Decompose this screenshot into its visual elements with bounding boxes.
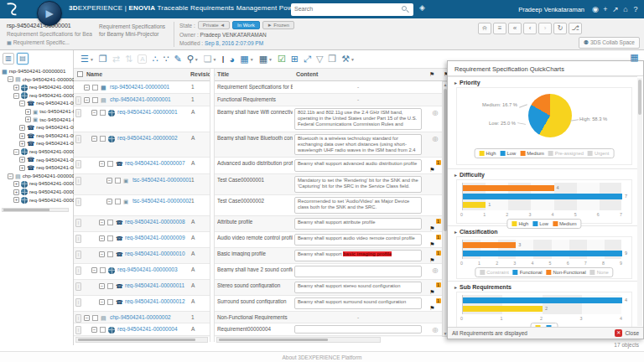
hierarchy-nodes-icon[interactable]: ∵ <box>163 54 169 65</box>
content-value[interactable]: Beamy shall support attribute profile <box>294 218 422 230</box>
row-drag-handle[interactable]: ⁞ <box>75 109 81 117</box>
column-header-name[interactable]: Name <box>86 71 102 77</box>
about-link[interactable]: About 3DEXPERIENCE Platform <box>282 354 361 360</box>
back-icon[interactable]: ‹ <box>523 23 537 34</box>
tree-toggle-icon[interactable]: − <box>13 149 19 155</box>
table-row[interactable]: ⁞−☎req-94504241-00000009AAudio video rem… <box>74 232 447 248</box>
priority-pie-chart[interactable] <box>528 94 572 137</box>
content-value[interactable]: Beamy shall support surround sound confi… <box>294 297 422 309</box>
tree-item[interactable]: +req-94504241-00000006 <box>0 196 74 204</box>
row-checkbox[interactable] <box>92 85 98 90</box>
search-input[interactable] <box>294 4 398 14</box>
add-icon[interactable]: + <box>600 5 610 13</box>
settings-tools-icon[interactable]: ⚒▼ <box>341 54 355 65</box>
row-expand-toggle[interactable]: − <box>99 283 105 289</box>
tree-toggle-icon[interactable]: + <box>19 133 25 139</box>
user-name[interactable]: Pradeep Venkataraman <box>518 6 584 13</box>
legend-item[interactable]: Pre-assigned <box>548 151 584 156</box>
row-expand-toggle[interactable]: − <box>99 251 105 257</box>
row-drag-handle[interactable]: ⁞ <box>75 177 81 185</box>
content-value[interactable]: Mandatory to set the 'Rendering' bit for… <box>294 176 422 193</box>
row-checkbox[interactable] <box>107 283 113 289</box>
table-row[interactable]: ⁞−▣tsc-94504241-000000011Test Case000000… <box>74 174 447 195</box>
tree-toggle-icon[interactable]: + <box>19 157 25 163</box>
table-row[interactable]: −▦rsp-94504241-000000011Requirement Spec… <box>74 81 447 94</box>
row-expand-toggle[interactable]: − <box>106 199 112 204</box>
legend-item[interactable]: Low <box>501 151 517 156</box>
table-pane-splitter[interactable] <box>210 69 215 342</box>
paste-icon[interactable]: ❏▼ <box>204 54 217 65</box>
row-drag-handle[interactable]: ⁞ <box>75 326 81 334</box>
row-expand-toggle[interactable]: − <box>99 235 105 241</box>
modified-value[interactable]: Sep 8, 2016 2:07:09 PM <box>205 40 263 46</box>
table-row[interactable]: ⁞−▤chp-94504241-000000021Non-Functional … <box>74 312 447 323</box>
object-link[interactable]: rsp-94504241-00000001 <box>110 84 169 90</box>
maximize-icon[interactable]: ❒ <box>328 54 336 65</box>
panel-add-icon[interactable]: ⊞ <box>291 54 299 65</box>
object-link[interactable]: req-94504241-00000001 <box>117 109 178 115</box>
filter-icon[interactable]: ▽ <box>316 54 323 65</box>
tree-toggle-icon[interactable]: + <box>19 141 25 147</box>
content-value[interactable]: Bluetooth is a wireless technology stand… <box>294 134 422 155</box>
tree-toggle-icon[interactable]: + <box>19 125 25 131</box>
tree-item[interactable]: +req-94504241-00000004 <box>0 179 74 188</box>
object-link[interactable]: req-94504241-00000008 <box>125 219 185 225</box>
content-value[interactable] <box>294 266 422 277</box>
content-value[interactable]: Beamy shall support stereo sound configu… <box>294 282 422 293</box>
row-expand-toggle[interactable]: − <box>84 315 90 321</box>
tree-horizontal-scrollbar[interactable] <box>2 208 69 212</box>
row-drag-handle[interactable]: ⁞ <box>75 135 81 143</box>
row-drag-handle[interactable]: ⁞ <box>75 251 81 259</box>
row-drag-handle[interactable]: ⁞ <box>75 160 81 168</box>
object-link[interactable]: req-94504241-00000004 <box>117 326 178 332</box>
state-chip-private[interactable]: Private ◄ <box>198 21 230 29</box>
tree-item[interactable]: +☎req-94504241-00000009 <box>0 132 74 140</box>
legend-item[interactable]: Functional <box>513 270 543 275</box>
tree-item[interactable]: −req-94504241-00000002 <box>0 91 74 100</box>
tree-item[interactable]: −▤chp-94504241-00000002 <box>0 172 74 180</box>
object-link[interactable]: req-94504241-00000002 <box>117 135 178 141</box>
row-checkbox[interactable] <box>92 315 98 321</box>
edit-pencil-icon[interactable]: ✎ <box>174 54 181 65</box>
table-edit-icon[interactable]: ▦▼ <box>240 54 253 65</box>
row-expand-toggle[interactable]: − <box>99 161 105 167</box>
tree-item[interactable]: −req-94504241-00000003 <box>0 147 74 156</box>
object-link[interactable]: req-94504241-00000010 <box>125 251 185 256</box>
quickcharts-scrollbar[interactable] <box>637 78 642 326</box>
row-checkbox[interactable] <box>115 178 121 184</box>
legend-item[interactable]: Urgent <box>588 151 609 156</box>
right-pane-hscrollbar[interactable] <box>216 337 381 343</box>
share-nodes-icon[interactable]: ∴ <box>152 54 158 65</box>
row-checkbox[interactable] <box>107 299 113 305</box>
tree-item[interactable]: +▣tsc-94504241-00000002 <box>0 116 74 124</box>
table-row[interactable]: ⁞−☎req-94504241-00000012ASurround sound … <box>74 296 447 312</box>
row-expand-toggle[interactable]: − <box>91 267 97 273</box>
tree-toggle-icon[interactable]: + <box>13 181 19 187</box>
tree-toggle-icon[interactable]: − <box>8 173 13 179</box>
row-drag-handle[interactable]: ⁞ <box>75 219 81 227</box>
table-row[interactable]: ⁞−req-94504241-00000001ABeamy shall have… <box>74 106 447 132</box>
content-value[interactable]: Recommended to set 'Audio/Video' as Majo… <box>294 197 422 214</box>
row-checkbox[interactable] <box>100 136 106 142</box>
column-header-content[interactable]: Content <box>296 71 318 77</box>
row-drag-handle[interactable]: ⁞ <box>75 298 81 307</box>
row-drag-handle[interactable]: ⁞ <box>75 96 81 105</box>
row-checkbox[interactable] <box>107 235 113 241</box>
tree-item[interactable]: +☎req-94504241-00000008 <box>0 123 74 132</box>
row-drag-handle[interactable]: ⁞ <box>75 198 81 206</box>
test-coverage-icon[interactable]: ⚑1 <box>428 160 443 175</box>
chart-section-header[interactable]: ▸Sub Requirements <box>448 282 637 292</box>
row-checkbox[interactable] <box>107 161 113 167</box>
object-link[interactable]: req-94504241-00000012 <box>125 298 185 304</box>
legend-item[interactable]: Low <box>532 221 548 226</box>
legend-item[interactable]: Constraint <box>480 270 508 275</box>
export-arrow-icon[interactable]: ⤢ <box>304 54 311 65</box>
row-drag-handle[interactable]: ⁞ <box>75 266 81 275</box>
content-value[interactable]: Beamy shall support advanced audio distr… <box>294 159 422 172</box>
context-object-id[interactable]: rsp-94504241-00000001 <box>7 23 71 28</box>
object-link[interactable]: tsc-94504241-00000001 <box>132 177 191 183</box>
requirement-status-icon[interactable]: ◎ <box>428 135 443 142</box>
table-row[interactable]: ⁞−▤chp-94504241-000000011Functional Requ… <box>74 94 447 106</box>
legend-item[interactable]: Non-Functional <box>547 270 586 275</box>
requirement-status-icon[interactable]: ◎ <box>428 326 443 334</box>
